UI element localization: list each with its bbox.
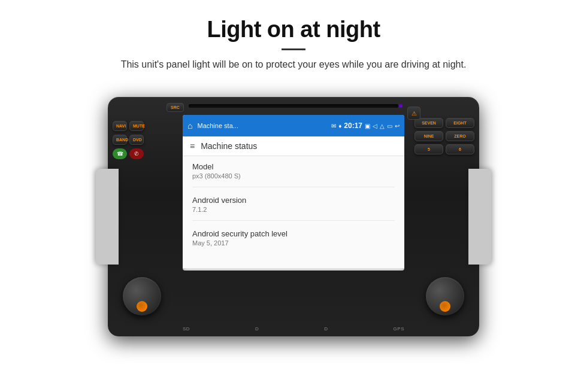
right-controls: SEVEN EIGHT NINE ZERO 5 6 <box>414 118 474 154</box>
device-screen: ⌂ Machine sta... ✉ ♦ 20:17 ▣ ◁ △ ▭ ↩ ≡ M… <box>183 115 404 271</box>
location-icon: ♦ <box>338 123 341 129</box>
message-icon: ✉ <box>331 123 336 129</box>
call-end-button[interactable]: ✆ <box>129 148 144 159</box>
right-knob[interactable] <box>426 277 464 315</box>
mute-button[interactable]: MUTE <box>129 121 144 131</box>
bottom-labels: SD D D GPS <box>183 326 404 332</box>
title-divider <box>282 48 305 50</box>
volume-icon: ◁ <box>373 123 377 129</box>
navi-mute-group: NAVI MUTE <box>113 121 144 131</box>
back-arrow-icon[interactable]: ↩ <box>395 123 400 129</box>
page-header: Light on at night This unit's panel ligh… <box>0 0 587 79</box>
app-title: Machine status <box>201 141 257 151</box>
src-button[interactable]: SRC <box>167 103 184 112</box>
navi-button[interactable]: NAVI <box>113 121 127 131</box>
left-controls: NAVI MUTE BAND DVD ☎ ✆ <box>113 121 144 159</box>
upload-icon: △ <box>380 123 385 129</box>
call-buttons: ☎ ✆ <box>113 148 144 159</box>
zero-button[interactable]: ZERO <box>446 131 474 141</box>
bracket-right <box>468 169 491 265</box>
page-description: This unit's panel light will be on to pr… <box>36 57 551 72</box>
home-icon[interactable]: ⌂ <box>187 121 192 130</box>
android-version-label: Android version <box>192 196 395 205</box>
disc-slot <box>189 104 398 108</box>
android-version-item: Android version 7.1.2 <box>192 196 395 221</box>
d-label-right: D <box>324 326 328 332</box>
model-label: Model <box>192 162 395 171</box>
security-patch-item: Android security patch level May 5, 2017 <box>192 229 395 254</box>
status-time: 20:17 <box>344 121 362 130</box>
five-six-group: 5 6 <box>414 144 474 154</box>
app-content: Model px3 (800x480 S) Android version 7.… <box>183 156 404 268</box>
seven-eight-group: SEVEN EIGHT <box>414 118 474 128</box>
sd-label: SD <box>183 326 190 332</box>
android-version-value: 7.1.2 <box>192 206 395 213</box>
status-app-name: Machine sta... <box>197 122 328 129</box>
model-info-item: Model px3 (800x480 S) <box>192 162 395 187</box>
car-unit-wrapper: SRC ⚠ NAVI MUTE BAND DVD ☎ ✆ SEVEN <box>0 85 587 348</box>
band-dvd-group: BAND DVD <box>113 135 144 145</box>
d-label-left: D <box>255 326 259 332</box>
dvd-button[interactable]: DVD <box>129 135 144 145</box>
screen-cast-icon: ▭ <box>387 123 392 129</box>
left-knob[interactable] <box>123 277 161 315</box>
nine-button[interactable]: NINE <box>414 131 443 141</box>
nine-zero-group: NINE ZERO <box>414 131 474 141</box>
warning-button[interactable]: ⚠ <box>407 107 420 120</box>
five-button[interactable]: 5 <box>414 144 443 154</box>
hamburger-menu-icon[interactable]: ≡ <box>190 141 195 151</box>
model-value: px3 (800x480 S) <box>192 172 395 180</box>
security-patch-label: Android security patch level <box>192 229 395 238</box>
car-unit: SRC ⚠ NAVI MUTE BAND DVD ☎ ✆ SEVEN <box>96 85 491 348</box>
page-title: Light on at night <box>36 17 551 42</box>
six-button[interactable]: 6 <box>446 144 474 154</box>
security-patch-value: May 5, 2017 <box>192 239 395 247</box>
gps-label: GPS <box>394 326 404 332</box>
bracket-left <box>96 169 119 265</box>
android-status-bar: ⌂ Machine sta... ✉ ♦ 20:17 ▣ ◁ △ ▭ ↩ <box>183 115 404 136</box>
eight-button[interactable]: EIGHT <box>446 118 474 128</box>
status-icons: ✉ ♦ 20:17 ▣ ◁ △ ▭ ↩ <box>331 121 400 130</box>
media-icon: ▣ <box>365 123 370 129</box>
indicator-light <box>399 104 403 108</box>
call-accept-button[interactable]: ☎ <box>113 148 127 159</box>
warning-icon: ⚠ <box>411 110 417 117</box>
app-header: ≡ Machine status <box>183 136 404 156</box>
band-button[interactable]: BAND <box>113 135 127 145</box>
